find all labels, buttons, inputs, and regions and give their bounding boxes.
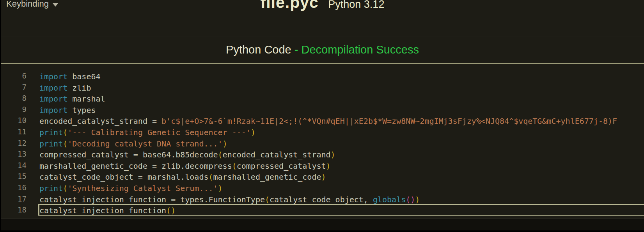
token-p1: (: [232, 161, 237, 171]
token-p1: ): [321, 172, 326, 182]
token-pl: catalyst_injection_function = types.Func…: [39, 195, 265, 204]
line-number: 6: [1, 70, 27, 82]
decompile-status-header: Python Code - Decompilation Success: [1, 36, 644, 64]
token-pl: catalyst_injection_function: [39, 206, 166, 215]
token-pl: marshal: [67, 94, 105, 104]
code-lines: 6import base647import zlib8import marsha…: [1, 70, 644, 216]
line-number: 10: [1, 115, 27, 126]
code-text: compressed_catalyst = base64.b85decode(e…: [38, 148, 644, 160]
token-str: 'Synthesizing Catalyst Serum...': [67, 184, 218, 193]
token-p1: (: [218, 150, 223, 159]
token-p1: (: [63, 184, 67, 193]
token-pl: compressed_catalyst = base64.b85decode: [39, 150, 218, 159]
code-line[interactable]: 7import zlib: [1, 82, 644, 93]
code-text: marshalled_genetic_code = zlib.decompres…: [38, 160, 644, 171]
line-number: 14: [1, 160, 27, 171]
line-number: 8: [1, 93, 27, 104]
token-p1: ): [326, 161, 331, 171]
file-title: file.pyc: [261, 0, 319, 11]
token-kw: import: [39, 105, 67, 115]
token-pl: zlib: [67, 83, 91, 93]
token-kw: print: [39, 139, 63, 148]
code-text: print('--- Calibrating Genetic Sequencer…: [38, 126, 644, 137]
code-text: catalyst_code_object = marshal.loads(mar…: [38, 171, 644, 182]
token-p1: (): [166, 206, 176, 215]
token-pl: compressed_catalyst: [237, 161, 326, 171]
code-text: import marshal: [38, 93, 644, 104]
token-kw: import: [39, 72, 67, 81]
status-badge: - Decompilation Success: [295, 43, 419, 56]
code-line[interactable]: 6import base64: [1, 70, 644, 82]
code-line[interactable]: 15catalyst_code_object = marshal.loads(m…: [1, 171, 644, 182]
token-p1: (: [265, 195, 270, 204]
code-text: print('Decoding catalyst DNA strand...'): [38, 137, 644, 149]
line-number: 16: [1, 182, 27, 193]
code-line[interactable]: 12print('Decoding catalyst DNA strand...…: [1, 137, 644, 149]
top-bar: Keybinding file.pyc Python 3.12: [1, 0, 644, 36]
token-p1: ): [223, 139, 227, 148]
code-text: catalyst_injection_function = types.Func…: [38, 193, 644, 205]
code-line[interactable]: 16print('Synthesizing Catalyst Serum...'…: [1, 182, 644, 193]
line-number: 15: [1, 171, 27, 182]
token-pl: catalyst_code_object = marshal.loads: [39, 172, 208, 182]
code-line[interactable]: 8import marshal: [1, 93, 644, 104]
code-line[interactable]: 11print('--- Calibrating Genetic Sequenc…: [1, 126, 644, 137]
code-text: encoded_catalyst_strand = b'c$|e+O>7&-6`…: [38, 115, 644, 126]
code-line[interactable]: 10encoded_catalyst_strand = b'c$|e+O>7&-…: [1, 115, 644, 126]
token-p1: (: [63, 139, 67, 148]
footer-strip: [1, 218, 644, 230]
line-number: 17: [1, 193, 27, 205]
line-number: 18: [1, 204, 27, 216]
token-str: '--- Calibrating Genetic Sequencer ---': [67, 128, 251, 137]
token-pl: marshalled_genetic_code: [213, 172, 321, 182]
line-number: 13: [1, 148, 27, 160]
token-kw: import: [39, 94, 67, 104]
line-number: 7: [1, 82, 27, 93]
token-kw: print: [39, 184, 63, 193]
line-number: 9: [1, 104, 27, 115]
line-number: 12: [1, 137, 27, 149]
code-line[interactable]: 13compressed_catalyst = base64.b85decode…: [1, 148, 644, 160]
header-title: Python Code: [226, 43, 295, 56]
token-kw: import: [39, 83, 67, 93]
code-text: import types: [38, 104, 644, 115]
code-text: import zlib: [38, 82, 644, 93]
token-pl: marshalled_genetic_code = zlib.decompres…: [39, 161, 232, 171]
code-line[interactable]: 14marshalled_genetic_code = zlib.decompr…: [1, 160, 644, 171]
token-pl: encoded_catalyst_strand: [223, 150, 331, 159]
token-p1: ): [251, 128, 255, 137]
python-version-label: Python 3.12: [328, 0, 384, 10]
title-bar: file.pyc Python 3.12: [1, 0, 644, 12]
token-p1: (: [208, 172, 213, 182]
code-line[interactable]: 17catalyst_injection_function = types.Fu…: [1, 193, 644, 205]
token-str: b'c$|e+O>7&-6`m!Rzak~11E|2<;!(^*VQn#qEH|…: [161, 116, 617, 126]
code-line-current[interactable]: 18catalyst_injection_function(): [1, 204, 644, 216]
code-line[interactable]: 9import types: [1, 104, 644, 115]
token-pl: base64: [67, 72, 100, 81]
app-window: Keybinding file.pyc Python 3.12 Python C…: [1, 0, 644, 230]
code-editor[interactable]: 6import base647import zlib8import marsha…: [1, 64, 644, 218]
token-pl: types: [67, 105, 96, 115]
token-kw: print: [39, 128, 63, 137]
token-str: 'Decoding catalyst DNA strand...': [67, 139, 222, 148]
code-text: import base64: [38, 70, 644, 82]
token-pl: catalyst_code_object,: [270, 195, 373, 204]
token-p2: (): [406, 195, 415, 204]
token-p1: ): [331, 150, 335, 159]
token-kw: globals: [373, 195, 406, 204]
token-p1: (: [63, 128, 67, 137]
code-text: print('Synthesizing Catalyst Serum...'): [38, 182, 644, 193]
code-text: catalyst_injection_function(): [38, 204, 644, 216]
token-p1: ): [415, 195, 420, 204]
token-p1: ): [218, 184, 223, 193]
line-number: 11: [1, 126, 27, 137]
token-pl: encoded_catalyst_strand =: [39, 116, 161, 126]
